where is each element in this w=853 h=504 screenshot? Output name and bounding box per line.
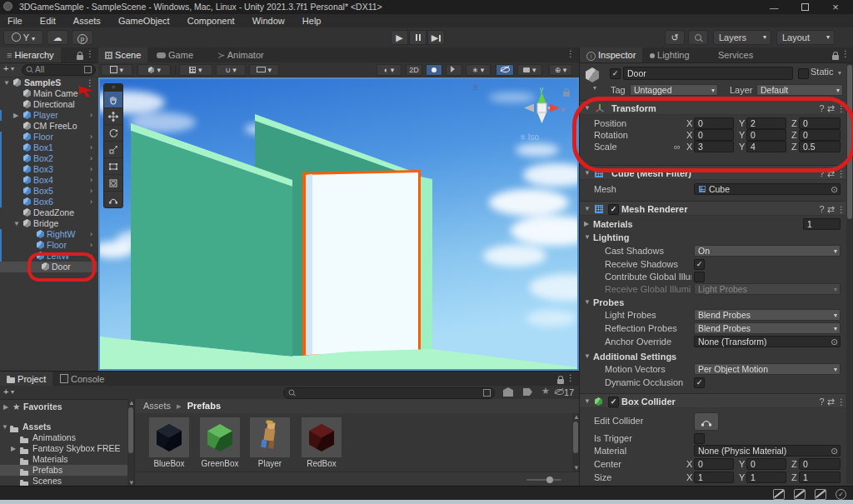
- hierarchy-item-box2[interactable]: Box2 ›: [0, 153, 97, 164]
- console-error-muted-icon[interactable]: [794, 489, 806, 500]
- hierarchy-item-rightwall[interactable]: RightW ›: [0, 229, 97, 240]
- static-dropdown-icon[interactable]: ▾: [838, 69, 841, 77]
- physic-material-field[interactable]: None (Physic Material)⊙: [694, 445, 841, 457]
- prefab-open-arrow[interactable]: ›: [82, 175, 92, 186]
- light-probes-dropdown[interactable]: Blend Probes▾: [694, 309, 841, 321]
- menu-file[interactable]: File: [0, 14, 30, 27]
- materials-row[interactable]: ▶ Materials 1: [580, 218, 845, 230]
- center-z-field[interactable]: 0: [799, 458, 841, 470]
- link-scale-icon[interactable]: ∞: [674, 141, 681, 152]
- scene-panel-menu-icon[interactable]: ⋮: [566, 49, 575, 58]
- create-asset-button[interactable]: +: [3, 387, 8, 397]
- neg-y-axis-cone[interactable]: [537, 112, 546, 123]
- hand-tool-button[interactable]: [104, 91, 122, 107]
- transform-component-header[interactable]: ▼ Transform ? ⇄ ⋮: [580, 100, 846, 115]
- rotation-z-field[interactable]: 0: [799, 129, 841, 141]
- tree-item-favorites[interactable]: ▶★ Favorites: [0, 402, 127, 412]
- component-menu-icon[interactable]: ⋮: [837, 205, 846, 214]
- plastic-scm-button[interactable]: p: [72, 30, 93, 45]
- tree-item-materials[interactable]: Materials: [0, 454, 127, 465]
- asset-redbox[interactable]: [302, 417, 342, 457]
- door-object[interactable]: [306, 172, 418, 355]
- add-dropdown-icon[interactable]: ▾: [11, 65, 14, 72]
- hierarchy-item-box3[interactable]: Box3 ›: [0, 164, 97, 175]
- rect-tool-button[interactable]: [104, 157, 122, 174]
- hierarchy-item-scene-root[interactable]: ▼ SampleS ⋮: [0, 77, 97, 88]
- hierarchy-item-main-camera[interactable]: Main Came: [0, 88, 97, 99]
- scene-audio-toggle[interactable]: [446, 64, 462, 76]
- menu-help[interactable]: Help: [295, 14, 329, 27]
- scale-y-field[interactable]: 4: [746, 141, 786, 152]
- hierarchy-item-floor[interactable]: Floor ›: [0, 132, 97, 142]
- x-axis-cone[interactable]: [550, 104, 560, 112]
- scale-x-field[interactable]: 3: [694, 141, 734, 152]
- icon-dropdown[interactable]: ▾: [593, 84, 596, 92]
- rotate-tool-button[interactable]: [104, 124, 122, 141]
- position-y-field[interactable]: 2: [746, 117, 786, 129]
- transform-tool-button[interactable]: [104, 174, 122, 191]
- asset-grid-scrollbar[interactable]: ▲ ▼: [572, 413, 579, 472]
- tool-settings-dropdown[interactable]: ▾: [101, 64, 132, 76]
- tab-inspector[interactable]: i Inspector: [580, 47, 642, 62]
- console-warning-muted-icon[interactable]: [815, 489, 826, 500]
- center-y-field[interactable]: 0: [746, 458, 786, 470]
- scrollbar-thumb[interactable]: [128, 407, 133, 453]
- overlay-handle-icon[interactable]: ≡: [472, 82, 478, 93]
- foldout-icon[interactable]: ▼: [584, 101, 591, 116]
- presets-icon[interactable]: ⇄: [827, 168, 835, 178]
- lighting-foldout[interactable]: ▼ Lighting: [580, 232, 845, 243]
- label-tag-icon[interactable]: [523, 388, 532, 396]
- component-enabled-checkbox[interactable]: ✓: [608, 397, 619, 407]
- hierarchy-item-cm-freelook[interactable]: CM FreeLo: [0, 121, 97, 132]
- tab-game[interactable]: Game: [150, 47, 200, 62]
- help-icon[interactable]: ?: [820, 168, 825, 178]
- account-button[interactable]: Y ▾: [3, 30, 43, 45]
- camera-dropdown[interactable]: ▾: [517, 64, 542, 76]
- presets-icon[interactable]: ⇄: [827, 103, 835, 113]
- project-menu-icon[interactable]: ⋮: [566, 373, 575, 382]
- is-trigger-checkbox[interactable]: [694, 433, 705, 444]
- thumbnail-size-slider[interactable]: [526, 479, 561, 481]
- prefab-open-arrow[interactable]: ›: [82, 229, 92, 240]
- hierarchy-item-box6[interactable]: Box6 ›: [0, 197, 97, 207]
- favorites-star-icon[interactable]: ★: [541, 386, 550, 397]
- custom-editor-tool-button[interactable]: [104, 191, 122, 207]
- play-button[interactable]: ▶: [391, 30, 408, 45]
- help-icon[interactable]: ?: [820, 397, 825, 407]
- size-z-field[interactable]: 1: [799, 472, 841, 483]
- gizmo-center-cube[interactable]: [537, 103, 546, 112]
- component-menu-icon[interactable]: ⋮: [837, 104, 846, 113]
- shading-mode-dropdown[interactable]: ◐ ▾: [377, 64, 402, 76]
- scene-lighting-toggle[interactable]: [426, 64, 442, 76]
- inspector-scrollbar[interactable]: [846, 63, 853, 484]
- tab-scene[interactable]: Scene: [98, 47, 147, 62]
- close-button[interactable]: ×: [821, 0, 850, 14]
- project-search-input[interactable]: [283, 387, 495, 399]
- prefab-open-arrow[interactable]: ›: [82, 110, 92, 121]
- tab-services[interactable]: Services: [711, 47, 760, 62]
- package-icon[interactable]: [503, 387, 513, 397]
- move-tool-button[interactable]: [104, 107, 122, 124]
- asset-greenbox[interactable]: [200, 417, 240, 457]
- layers-dropdown[interactable]: Layers ▾: [713, 30, 771, 45]
- menu-edit[interactable]: Edit: [32, 14, 63, 27]
- hierarchy-item-box4[interactable]: Box4 ›: [0, 175, 97, 186]
- prefab-open-arrow[interactable]: ›: [82, 132, 92, 142]
- menu-gameobject[interactable]: GameObject: [111, 14, 177, 27]
- status-ok-icon[interactable]: ✓: [836, 489, 846, 500]
- contribute-gi-checkbox[interactable]: [694, 272, 705, 282]
- y-axis-cone[interactable]: [537, 92, 546, 104]
- tab-lighting[interactable]: Lighting: [643, 47, 696, 62]
- foldout-icon[interactable]: ▼: [584, 394, 591, 409]
- increment-snap-dropdown[interactable]: ▾: [249, 64, 279, 76]
- grid-snap-dropdown[interactable]: ▾: [179, 64, 212, 76]
- help-icon[interactable]: ?: [820, 103, 825, 113]
- box-collider-header[interactable]: ▼ ✓ Box Collider ? ⇄ ⋮: [580, 393, 846, 408]
- hierarchy-item-box1[interactable]: Box1 ›: [0, 142, 97, 153]
- scale-z-field[interactable]: 0.5: [799, 141, 841, 152]
- menu-component[interactable]: Component: [180, 14, 242, 27]
- breadcrumb-root[interactable]: Assets: [143, 401, 171, 411]
- foldout-icon[interactable]: ▼: [3, 77, 10, 88]
- add-object-button[interactable]: +: [3, 63, 8, 73]
- snap-toggle-dropdown[interactable]: ∪ ▾: [216, 64, 246, 76]
